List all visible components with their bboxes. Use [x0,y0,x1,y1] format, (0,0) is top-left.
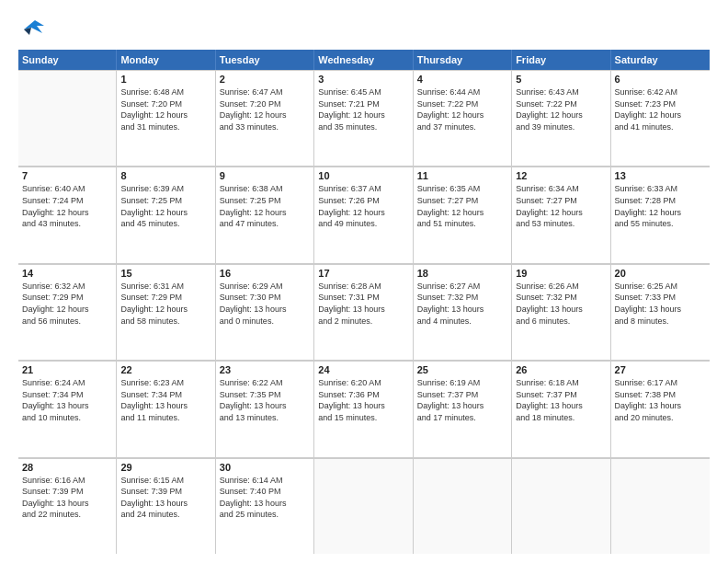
day-info: Sunrise: 6:29 AMSunset: 7:30 PMDaylight:… [220,281,310,327]
calendar-cell: 12Sunrise: 6:34 AMSunset: 7:27 PMDayligh… [512,167,610,262]
calendar-cell: 13Sunrise: 6:33 AMSunset: 7:28 PMDayligh… [611,167,710,262]
day-number: 25 [417,364,507,375]
day-number: 27 [615,364,706,375]
day-info: Sunrise: 6:35 AMSunset: 7:27 PMDaylight:… [417,183,507,229]
day-number: 5 [516,74,606,85]
calendar-cell: 17Sunrise: 6:28 AMSunset: 7:31 PMDayligh… [314,264,413,360]
weekday-header-thursday: Thursday [414,50,512,70]
calendar-page: SundayMondayTuesdayWednesdayThursdayFrid… [0,0,728,563]
calendar-cell: 20Sunrise: 6:25 AMSunset: 7:33 PMDayligh… [611,264,710,360]
day-info: Sunrise: 6:22 AMSunset: 7:35 PMDaylight:… [220,377,310,423]
day-info: Sunrise: 6:28 AMSunset: 7:31 PMDaylight:… [318,281,408,327]
calendar-cell: 30Sunrise: 6:14 AMSunset: 7:40 PMDayligh… [216,458,314,554]
day-number: 30 [220,462,310,473]
day-number: 18 [417,268,507,279]
calendar-cell: 11Sunrise: 6:35 AMSunset: 7:27 PMDayligh… [414,167,512,262]
calendar-cell: 14Sunrise: 6:32 AMSunset: 7:29 PMDayligh… [18,264,117,360]
day-info: Sunrise: 6:33 AMSunset: 7:28 PMDaylight:… [615,183,706,229]
page-header [18,17,710,42]
calendar-cell [512,458,610,554]
day-number: 22 [120,364,210,375]
day-number: 20 [615,268,706,279]
day-info: Sunrise: 6:24 AMSunset: 7:34 PMDaylight:… [22,377,112,423]
day-number: 28 [22,462,112,473]
calendar-cell: 4Sunrise: 6:44 AMSunset: 7:22 PMDaylight… [414,70,512,166]
calendar-cell: 8Sunrise: 6:39 AMSunset: 7:25 PMDaylight… [117,167,215,262]
day-info: Sunrise: 6:44 AMSunset: 7:22 PMDaylight:… [417,86,507,132]
day-number: 16 [220,268,310,279]
day-info: Sunrise: 6:15 AMSunset: 7:39 PMDaylight:… [120,475,210,521]
day-info: Sunrise: 6:27 AMSunset: 7:32 PMDaylight:… [417,281,507,327]
day-info: Sunrise: 6:17 AMSunset: 7:38 PMDaylight:… [615,377,706,423]
day-number: 12 [516,170,606,181]
day-info: Sunrise: 6:48 AMSunset: 7:20 PMDaylight:… [120,86,210,132]
day-info: Sunrise: 6:40 AMSunset: 7:24 PMDaylight:… [22,183,112,229]
day-number: 6 [615,74,706,85]
weekday-header-monday: Monday [117,50,215,70]
calendar-cell: 2Sunrise: 6:47 AMSunset: 7:20 PMDaylight… [216,70,314,166]
calendar-week-2: 7Sunrise: 6:40 AMSunset: 7:24 PMDaylight… [18,167,710,263]
calendar-cell: 19Sunrise: 6:26 AMSunset: 7:32 PMDayligh… [512,264,610,360]
day-number: 19 [516,268,606,279]
day-info: Sunrise: 6:16 AMSunset: 7:39 PMDaylight:… [22,475,112,521]
day-number: 29 [120,462,210,473]
calendar-cell: 18Sunrise: 6:27 AMSunset: 7:32 PMDayligh… [414,264,512,360]
weekday-header-saturday: Saturday [611,50,710,70]
calendar-week-3: 14Sunrise: 6:32 AMSunset: 7:29 PMDayligh… [18,264,710,361]
weekday-header-tuesday: Tuesday [216,50,314,70]
day-info: Sunrise: 6:32 AMSunset: 7:29 PMDaylight:… [22,281,112,327]
calendar-cell: 23Sunrise: 6:22 AMSunset: 7:35 PMDayligh… [216,361,314,456]
calendar-cell: 3Sunrise: 6:45 AMSunset: 7:21 PMDaylight… [314,70,413,166]
calendar-cell [414,458,512,554]
weekday-header-wednesday: Wednesday [314,50,413,70]
day-info: Sunrise: 6:31 AMSunset: 7:29 PMDaylight:… [120,281,210,327]
calendar-cell [314,458,413,554]
calendar-cell: 29Sunrise: 6:15 AMSunset: 7:39 PMDayligh… [117,458,215,554]
calendar-week-1: 1Sunrise: 6:48 AMSunset: 7:20 PMDaylight… [18,70,710,167]
day-info: Sunrise: 6:37 AMSunset: 7:26 PMDaylight:… [318,183,408,229]
day-number: 2 [220,74,310,85]
calendar-cell [611,458,710,554]
day-number: 4 [417,74,507,85]
day-number: 24 [318,364,408,375]
day-number: 15 [120,268,210,279]
calendar-cell: 1Sunrise: 6:48 AMSunset: 7:20 PMDaylight… [117,70,215,166]
day-number: 14 [22,268,112,279]
calendar-cell: 28Sunrise: 6:16 AMSunset: 7:39 PMDayligh… [18,458,117,554]
day-number: 17 [318,268,408,279]
calendar-cell: 25Sunrise: 6:19 AMSunset: 7:37 PMDayligh… [414,361,512,456]
day-info: Sunrise: 6:45 AMSunset: 7:21 PMDaylight:… [318,86,408,132]
day-info: Sunrise: 6:25 AMSunset: 7:33 PMDaylight:… [615,281,706,327]
day-info: Sunrise: 6:39 AMSunset: 7:25 PMDaylight:… [120,183,210,229]
calendar-cell: 22Sunrise: 6:23 AMSunset: 7:34 PMDayligh… [117,361,215,456]
day-number: 7 [22,170,112,181]
day-info: Sunrise: 6:26 AMSunset: 7:32 PMDaylight:… [516,281,606,327]
day-number: 21 [22,364,112,375]
weekday-header-friday: Friday [512,50,610,70]
logo [18,17,51,42]
day-info: Sunrise: 6:42 AMSunset: 7:23 PMDaylight:… [615,86,706,132]
day-info: Sunrise: 6:23 AMSunset: 7:34 PMDaylight:… [120,377,210,423]
day-number: 11 [417,170,507,181]
day-info: Sunrise: 6:19 AMSunset: 7:37 PMDaylight:… [417,377,507,423]
calendar-week-5: 28Sunrise: 6:16 AMSunset: 7:39 PMDayligh… [18,458,710,554]
calendar-cell: 21Sunrise: 6:24 AMSunset: 7:34 PMDayligh… [18,361,117,456]
day-info: Sunrise: 6:38 AMSunset: 7:25 PMDaylight:… [220,183,310,229]
day-number: 10 [318,170,408,181]
day-number: 23 [220,364,310,375]
calendar-cell: 6Sunrise: 6:42 AMSunset: 7:23 PMDaylight… [611,70,710,166]
calendar-cell: 10Sunrise: 6:37 AMSunset: 7:26 PMDayligh… [314,167,413,262]
day-info: Sunrise: 6:14 AMSunset: 7:40 PMDaylight:… [220,475,310,521]
day-number: 13 [615,170,706,181]
day-info: Sunrise: 6:18 AMSunset: 7:37 PMDaylight:… [516,377,606,423]
calendar-header: SundayMondayTuesdayWednesdayThursdayFrid… [18,50,710,70]
calendar-body: 1Sunrise: 6:48 AMSunset: 7:20 PMDaylight… [18,70,710,554]
calendar-cell: 26Sunrise: 6:18 AMSunset: 7:37 PMDayligh… [512,361,610,456]
calendar-cell: 27Sunrise: 6:17 AMSunset: 7:38 PMDayligh… [611,361,710,456]
day-number: 1 [120,74,210,85]
calendar-cell: 5Sunrise: 6:43 AMSunset: 7:22 PMDaylight… [512,70,610,166]
calendar-week-4: 21Sunrise: 6:24 AMSunset: 7:34 PMDayligh… [18,361,710,457]
calendar: SundayMondayTuesdayWednesdayThursdayFrid… [18,50,710,554]
day-number: 26 [516,364,606,375]
calendar-cell: 24Sunrise: 6:20 AMSunset: 7:36 PMDayligh… [314,361,413,456]
